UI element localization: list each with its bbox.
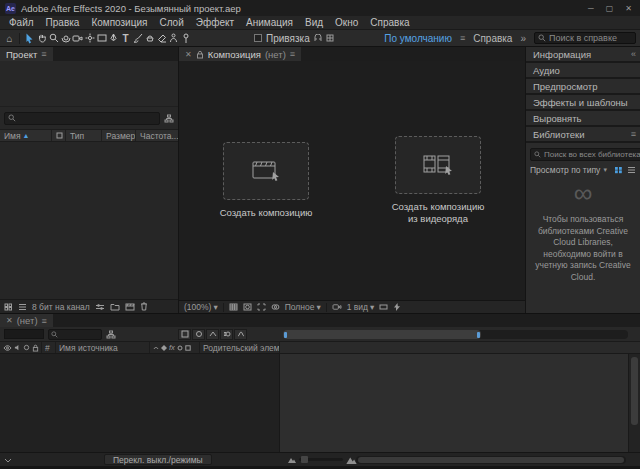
column-size[interactable]: Размер [102, 130, 136, 141]
project-search-input[interactable] [19, 113, 156, 123]
timeline-zoom-slider[interactable] [299, 458, 343, 461]
help-search-input[interactable] [549, 33, 632, 43]
parent-link-column[interactable]: Родительский элемент и... [200, 342, 280, 353]
project-item-list[interactable] [0, 142, 178, 299]
tab-timeline[interactable]: ✕ (нет) ≡ [0, 314, 53, 327]
frame-blending-icon[interactable] [206, 329, 219, 340]
hand-tool-icon[interactable] [36, 31, 47, 45]
view-layout-dropdown[interactable]: 1 вид ▾ [347, 302, 375, 312]
region-of-interest-icon[interactable] [257, 303, 266, 311]
pen-tool-icon[interactable] [108, 31, 119, 45]
panel-audio[interactable]: Аудио [526, 63, 640, 77]
orbit-camera-tool-icon[interactable] [60, 31, 71, 45]
list-view-icon[interactable] [627, 166, 636, 174]
menu-layer[interactable]: Слой [153, 17, 189, 28]
current-time-field[interactable] [4, 329, 44, 339]
navigator-start-handle[interactable] [284, 332, 287, 338]
pan-behind-tool-icon[interactable] [84, 31, 95, 45]
lock-icon[interactable] [32, 344, 39, 352]
panel-align[interactable]: Выровнять [526, 111, 640, 125]
column-framerate[interactable]: Частота... [136, 130, 178, 141]
workspace-default[interactable]: По умолчанию [384, 33, 452, 44]
panel-menu-icon[interactable]: ≡ [41, 49, 46, 59]
toggle-switches-modes-button[interactable]: Перекл. выкл./режимы [104, 454, 212, 465]
3d-switch-icon[interactable] [185, 345, 191, 351]
fast-previews-icon[interactable] [393, 303, 401, 311]
interpret-footage-icon[interactable] [95, 303, 105, 311]
panel-preview[interactable]: Предпросмотр [526, 79, 640, 93]
zoom-tool-icon[interactable] [48, 31, 59, 45]
time-navigator[interactable] [283, 330, 628, 339]
close-panel-icon[interactable]: ✕ [185, 50, 192, 59]
lock-icon[interactable] [196, 50, 204, 59]
column-type[interactable]: Тип [66, 130, 102, 141]
track-area[interactable] [280, 354, 628, 452]
pixel-aspect-icon[interactable] [379, 303, 388, 311]
collapse-transformations-icon[interactable] [161, 345, 167, 351]
panel-menu-icon[interactable]: ≡ [42, 316, 47, 326]
panel-effects-presets[interactable]: Эффекты и шаблоны [526, 95, 640, 109]
panel-menu-icon[interactable]: ≡ [290, 49, 295, 59]
camera-settings-icon[interactable] [332, 303, 342, 311]
grid-view-icon[interactable] [614, 166, 623, 174]
libraries-search-input[interactable] [544, 150, 640, 159]
hide-shy-layers-icon[interactable] [192, 329, 205, 340]
selection-tool-icon[interactable] [24, 31, 35, 45]
video-eye-icon[interactable] [3, 345, 12, 351]
thumbnail-view-icon[interactable] [4, 303, 13, 311]
close-icon[interactable]: ✕ [625, 4, 632, 13]
menu-view[interactable]: Вид [299, 17, 329, 28]
navigator-end-handle[interactable] [477, 332, 480, 338]
vertical-scroll-thumb[interactable] [631, 357, 638, 425]
menu-file[interactable]: Файл [3, 17, 40, 28]
minimize-icon[interactable]: ─ [588, 4, 594, 13]
layer-list-area[interactable] [0, 354, 280, 452]
horizontal-scroll-thumb[interactable] [358, 457, 624, 463]
source-name-column[interactable]: Имя источника [56, 342, 150, 353]
menu-animation[interactable]: Анимация [240, 17, 299, 28]
project-flowchart-icon[interactable] [164, 114, 174, 123]
panel-info[interactable]: Информация « [526, 47, 640, 61]
libraries-search[interactable] [530, 148, 640, 161]
tab-composition[interactable]: ✕ Композиция (нет) ≡ [179, 47, 301, 61]
trash-icon[interactable] [140, 302, 148, 311]
roto-brush-tool-icon[interactable] [168, 31, 179, 45]
grid-guides-icon[interactable] [229, 303, 238, 311]
eraser-tool-icon[interactable] [156, 31, 167, 45]
workspace-overflow-icon[interactable]: » [520, 33, 526, 44]
new-composition-icon[interactable] [125, 303, 135, 311]
mask-visibility-icon[interactable] [243, 303, 252, 311]
channels-icon[interactable] [271, 303, 280, 311]
menu-edit[interactable]: Правка [40, 17, 86, 28]
shy-switch-icon[interactable] [153, 345, 159, 351]
panel-menu-icon[interactable]: ≡ [631, 129, 636, 139]
brush-tool-icon[interactable] [132, 31, 143, 45]
draft-3d-icon[interactable] [178, 329, 191, 340]
snap-option-icon-1[interactable] [314, 34, 322, 42]
workspace-menu-icon[interactable]: ≡ [460, 33, 465, 43]
new-folder-icon[interactable] [110, 303, 120, 311]
solo-icon[interactable] [23, 344, 30, 351]
snap-checkbox[interactable] [254, 34, 262, 42]
collapse-panels-icon[interactable]: « [631, 49, 636, 59]
graph-editor-icon[interactable] [234, 329, 247, 340]
expand-layers-icon[interactable] [4, 456, 12, 464]
puppet-pin-tool-icon[interactable] [180, 31, 191, 45]
timeline-horizontal-scrollbar[interactable] [356, 456, 626, 464]
list-view-icon[interactable] [18, 303, 27, 311]
new-composition-from-footage-button[interactable] [395, 136, 481, 194]
clone-stamp-tool-icon[interactable] [144, 31, 155, 45]
timeline-search[interactable] [48, 329, 102, 340]
new-composition-button[interactable] [223, 142, 309, 200]
motion-blur-icon[interactable] [220, 329, 233, 340]
composition-mini-flowchart-icon[interactable] [106, 330, 116, 339]
view-by-type-dropdown[interactable]: Просмотр по типу [530, 165, 600, 175]
camera-tool-icon[interactable] [72, 31, 83, 45]
menu-window[interactable]: Окно [329, 17, 364, 28]
panel-libraries[interactable]: Библиотеки ≡ [526, 127, 640, 141]
column-name[interactable]: Имя ▲ [0, 130, 52, 141]
type-tool-icon[interactable]: T [120, 31, 131, 45]
workspace-help[interactable]: Справка [473, 33, 512, 44]
help-search[interactable] [534, 32, 636, 44]
home-icon[interactable]: ⌂ [4, 31, 15, 45]
